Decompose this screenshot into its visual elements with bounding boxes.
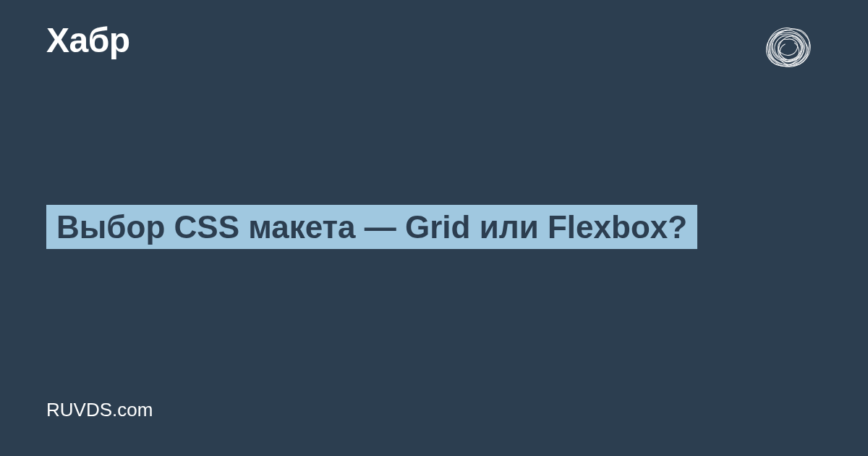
author-label: RUVDS.com — [46, 399, 153, 421]
header: Хабр — [46, 20, 822, 85]
site-logo: Хабр — [46, 20, 130, 60]
article-title: Выбор CSS макета — Grid или Flexbox? — [46, 205, 697, 249]
scribble-icon — [757, 17, 822, 82]
footer: RUVDS.com — [46, 399, 153, 421]
title-container: Выбор CSS макета — Grid или Flexbox? — [46, 203, 822, 252]
